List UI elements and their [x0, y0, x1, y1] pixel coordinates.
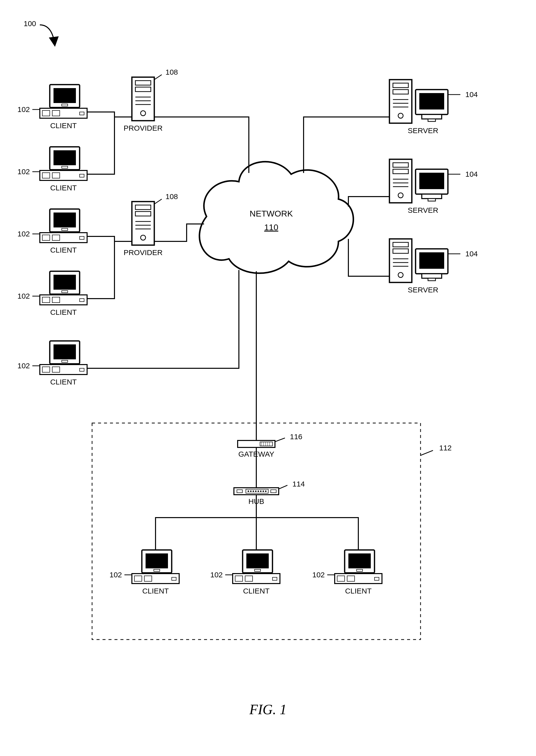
client-ref: 102 [110, 571, 122, 579]
client-node [40, 147, 87, 181]
client-node [40, 209, 87, 243]
gateway-ref: 116 [290, 433, 302, 441]
lan-ref: 112 [439, 444, 452, 452]
client-ref: 102 [17, 292, 30, 300]
client-label: CLIENT [50, 308, 77, 316]
figure-label: FIG. 1 [249, 702, 286, 717]
provider-node [132, 77, 154, 121]
server-node [389, 80, 448, 123]
server-ref: 104 [465, 90, 478, 99]
system-ref: 100 [24, 19, 55, 45]
hub-label: HUB [248, 497, 264, 506]
connections [87, 112, 389, 550]
server-label: SERVER [408, 126, 438, 135]
server-ref: 104 [465, 170, 478, 178]
server-label: SERVER [408, 286, 438, 294]
system-ref-label: 100 [24, 19, 36, 28]
client-node [40, 84, 87, 118]
client-node [233, 550, 280, 583]
provider-label: PROVIDER [124, 124, 163, 132]
client-label: CLIENT [50, 184, 77, 192]
gateway-node [238, 441, 275, 447]
client-label: CLIENT [50, 246, 77, 254]
server-ref: 104 [465, 249, 478, 258]
provider-label: PROVIDER [124, 248, 163, 256]
provider-node [132, 202, 154, 245]
server-node [389, 239, 448, 282]
client-label: CLIENT [345, 587, 372, 595]
network-diagram: 100 NETWORK 110 CLIENT 102 CLIENT 102 CL… [0, 0, 536, 756]
client-node [40, 271, 87, 305]
client-ref: 102 [17, 168, 30, 176]
client-label: CLIENT [243, 587, 270, 595]
client-node [335, 550, 382, 583]
client-ref: 102 [312, 571, 325, 579]
network-label: NETWORK [250, 209, 293, 218]
server-node [389, 159, 448, 203]
network-cloud: NETWORK 110 [199, 162, 353, 273]
client-label: CLIENT [142, 587, 169, 595]
client-ref: 102 [17, 362, 30, 370]
provider-ref: 108 [165, 192, 178, 201]
hub-ref: 114 [292, 480, 305, 488]
hub-node [234, 488, 279, 495]
network-ref: 110 [264, 222, 279, 232]
client-ref: 102 [17, 105, 30, 114]
client-node [132, 550, 179, 583]
server-label: SERVER [408, 206, 438, 214]
client-node [40, 341, 87, 375]
provider-ref: 108 [165, 68, 178, 76]
client-ref: 102 [210, 571, 223, 579]
client-ref: 102 [17, 230, 30, 238]
client-label: CLIENT [50, 378, 77, 386]
gateway-label: GATEWAY [238, 450, 274, 458]
client-label: CLIENT [50, 121, 77, 130]
